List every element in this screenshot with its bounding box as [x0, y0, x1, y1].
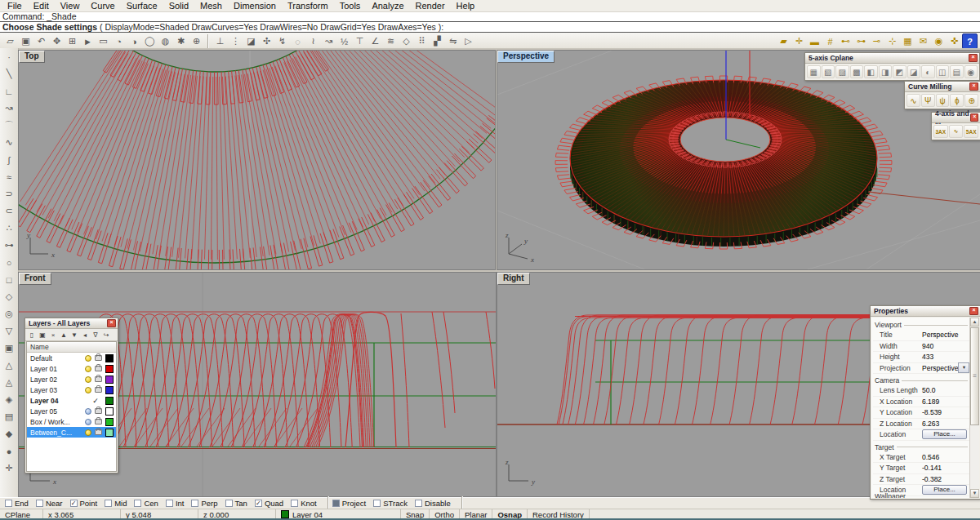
layer-row[interactable]: Box / Work... [27, 416, 116, 427]
menu-item-view[interactable]: View [55, 1, 86, 11]
menu-item-tools[interactable]: Tools [334, 1, 367, 11]
curve-milling-titlebar[interactable]: Curve Milling × [905, 82, 980, 92]
osnap-perp[interactable]: Perp [191, 499, 217, 508]
surface-diamond-icon[interactable]: ◇ [399, 33, 414, 49]
options-icon[interactable]: ✱ [173, 33, 189, 49]
milling-curve-icon[interactable]: ∿ [906, 94, 920, 107]
freeform-curve-icon[interactable]: ∿ [2, 134, 16, 151]
cplane-normal-icon[interactable]: ◫ [936, 65, 950, 78]
duplicate-layer-icon[interactable]: ▣ [38, 331, 47, 340]
scroll-up-icon[interactable]: ▲ [970, 318, 979, 327]
viewport-front-label[interactable]: Front [19, 273, 51, 285]
cplane-icon[interactable]: ⊥ [212, 33, 228, 49]
polyline-icon[interactable]: ∟ [2, 82, 16, 100]
point-icon[interactable]: · [2, 48, 16, 65]
sphere-icon[interactable]: ● [2, 442, 16, 460]
menu-item-curve[interactable]: Curve [85, 1, 120, 11]
link-tool-icon[interactable]: ⊸ [869, 33, 884, 49]
osnap-strack[interactable]: STrack [373, 499, 408, 508]
rotary-path-icon[interactable]: ∿ [949, 125, 964, 138]
center-select-icon[interactable]: ⊕ [189, 33, 204, 49]
3-axis-mill-icon[interactable]: 3AX [933, 125, 948, 138]
wrench-tools-icon[interactable]: ✜ [947, 33, 962, 49]
osnap-end[interactable]: End [5, 499, 29, 508]
menu-item-file[interactable]: File [2, 1, 28, 11]
osnap-quad[interactable]: ✓Quad [255, 499, 283, 508]
osnap-disable[interactable]: Disable [415, 499, 451, 508]
property-value[interactable]: 50.0 [922, 386, 969, 394]
layer-visibility-bulb-icon[interactable] [85, 387, 91, 393]
menu-item-mesh[interactable]: Mesh [194, 1, 228, 11]
layer-color-swatch[interactable] [105, 354, 114, 362]
plane-surface-icon[interactable]: ▣ [2, 340, 16, 357]
layer-visibility-bulb-icon[interactable] [85, 408, 91, 415]
checkbox[interactable] [36, 500, 43, 507]
property-value[interactable]: 940 [922, 342, 969, 350]
curvature-analysis-icon[interactable]: ≋ [383, 33, 399, 49]
osnap-knot[interactable]: Knot [291, 499, 317, 508]
checkbox[interactable] [166, 500, 173, 507]
checkbox[interactable] [225, 500, 233, 507]
copy-clip-icon[interactable]: ◪ [243, 33, 259, 49]
render-icon[interactable]: ◍ [158, 33, 173, 49]
cplane-sphere-icon[interactable]: ◐ [921, 65, 935, 78]
boolean-icon[interactable]: ✛ [2, 460, 16, 477]
compass-icon[interactable]: ◉ [931, 33, 947, 49]
osnap-project[interactable]: Project [332, 499, 367, 508]
layer-visibility-bulb-icon[interactable] [85, 355, 91, 362]
drill-2axis-icon[interactable]: ⊷ [838, 33, 853, 49]
layer-color-swatch[interactable] [105, 376, 114, 384]
mill-drop-icon[interactable]: ψ [936, 94, 950, 107]
layers-titlebar[interactable]: Layers - All Layers × [25, 318, 118, 329]
rotate-view-icon[interactable]: ◔ [111, 33, 127, 49]
cplane-eye-icon[interactable]: ◉ [964, 65, 978, 78]
cplane-top-icon[interactable]: ▦ [807, 65, 821, 78]
viewport-layout-icon[interactable]: ⊞ [65, 33, 80, 49]
checkbox[interactable]: ✓ [255, 500, 262, 507]
checkbox[interactable] [191, 500, 198, 507]
toolbox-icon[interactable]: ▦ [900, 33, 915, 49]
layer-visibility-bulb-icon[interactable] [85, 366, 91, 372]
command-prompt[interactable]: Choose Shade settings ( DisplayMode=Shad… [0, 21, 980, 33]
cplane-front-icon[interactable]: ▧ [822, 65, 835, 78]
cplane-right-icon[interactable]: ▨ [835, 65, 849, 78]
layer-row[interactable]: Layer 02 [27, 374, 116, 384]
eraser-icon[interactable]: ▰ [776, 33, 791, 49]
cplane-grid-icon[interactable]: ▤ [950, 65, 964, 78]
extrude-icon[interactable]: ▤ [2, 408, 16, 425]
scale-dim-icon[interactable]: ½ [336, 33, 352, 49]
menu-item-dimension[interactable]: Dimension [228, 1, 282, 11]
patch-icon[interactable]: ◈ [2, 391, 16, 408]
play-icon[interactable]: ▷ [461, 33, 476, 49]
layers-name-header[interactable]: Name [27, 342, 116, 353]
swap-views-icon[interactable]: ⇋ [445, 33, 461, 49]
ellipse-icon[interactable]: ◇ [2, 288, 16, 305]
collapse-icon[interactable]: ◂ [81, 331, 89, 340]
checkbox[interactable] [373, 500, 381, 507]
viewport-right-label[interactable]: Right [497, 273, 530, 285]
layer-lock-icon[interactable] [95, 429, 102, 435]
drill-3axis-icon[interactable]: ⊶ [853, 33, 869, 49]
five-axis-titlebar[interactable]: 5-axis Cplane × [805, 53, 979, 64]
layer-visibility-bulb-icon[interactable] [85, 376, 91, 383]
layer-color-swatch[interactable] [105, 407, 114, 416]
layer-visibility-bulb-icon[interactable] [85, 419, 91, 425]
layer-lock-icon[interactable] [95, 408, 102, 414]
mill-project-icon[interactable]: ⊕ [964, 94, 978, 107]
property-value[interactable]: 433 [922, 353, 969, 361]
layer-color-swatch[interactable] [105, 429, 114, 437]
save-icon[interactable]: ▣ [18, 33, 33, 49]
print-preview-icon[interactable]: ▭ [96, 33, 111, 49]
select-circle-icon[interactable]: ◌ [290, 33, 305, 49]
layer-row[interactable]: Layer 04✓ [27, 395, 116, 406]
cplane-left-icon[interactable]: ◧ [864, 65, 878, 78]
new-layer-icon[interactable]: ▯ [28, 331, 36, 340]
concentric-icon[interactable]: ◎ [2, 305, 16, 322]
arrow-curve-icon[interactable]: ↝ [321, 33, 336, 49]
menu-item-analyze[interactable]: Analyze [366, 1, 409, 11]
layer-row[interactable]: Layer 01 [27, 363, 116, 374]
layer-row[interactable]: Default [27, 353, 116, 363]
property-value[interactable]: Perspective [922, 331, 969, 339]
named-view-icon[interactable]: ► [80, 33, 96, 49]
angle-tool-icon[interactable]: ∠ [368, 33, 383, 49]
